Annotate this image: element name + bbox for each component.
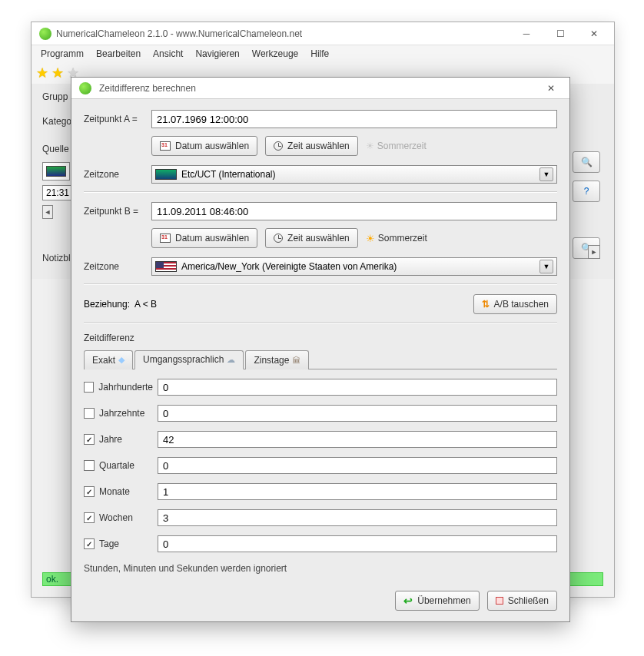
pick-date-b-button[interactable]: Datum auswählen bbox=[151, 228, 257, 248]
relation-value: A < B bbox=[134, 299, 157, 310]
menu-ansicht[interactable]: Ansicht bbox=[147, 46, 189, 61]
menu-hilfe[interactable]: Hilfe bbox=[304, 46, 335, 61]
unit-checkbox[interactable] bbox=[84, 460, 95, 471]
menu-navigieren[interactable]: Navigieren bbox=[189, 46, 245, 61]
pick-date-a-button[interactable]: Datum auswählen bbox=[151, 136, 257, 156]
tz-b-text: America/New_York (Vereinigte Staaten von… bbox=[181, 261, 397, 272]
menu-bearbeiten[interactable]: Bearbeiten bbox=[90, 46, 147, 61]
tabbar: Exakt◆ Umgangssprachlich☁ Zinstage🏛 bbox=[84, 350, 557, 369]
tz-b-label: Zeitzone bbox=[84, 261, 151, 272]
close-button[interactable]: Schließen bbox=[487, 591, 557, 611]
point-a-label: Zeitpunkt A = bbox=[84, 114, 151, 124]
main-title: NumericalChameleon 2.1.0 - www.Numerical… bbox=[56, 28, 510, 39]
unit-value-input[interactable] bbox=[158, 457, 557, 474]
chevron-down-icon: ▼ bbox=[539, 167, 553, 181]
right-button-column: 🔍 ? 🔍 bbox=[573, 151, 600, 259]
swap-icon: ⇅ bbox=[482, 299, 490, 310]
search-button[interactable]: 🔍 bbox=[573, 151, 600, 173]
menubar: Programm Bearbeiten Ansicht Navigieren W… bbox=[32, 45, 614, 62]
apply-button[interactable]: ↩Übernehmen bbox=[395, 591, 479, 611]
tz-b-combo[interactable]: America/New_York (Vereinigte Staaten von… bbox=[151, 257, 557, 276]
unit-value-input[interactable] bbox=[158, 509, 557, 526]
tab-exakt[interactable]: Exakt◆ bbox=[84, 350, 133, 369]
status-text: ok. bbox=[46, 574, 58, 585]
maximize-button[interactable]: ☐ bbox=[543, 22, 577, 45]
unit-label: Wochen bbox=[99, 512, 133, 523]
clock-icon bbox=[274, 141, 283, 151]
flag-icon bbox=[46, 166, 66, 177]
bank-icon: 🏛 bbox=[292, 356, 300, 365]
unit-row: Jahre bbox=[84, 431, 557, 448]
unit-label: Quartale bbox=[99, 460, 134, 471]
unit-value-input[interactable] bbox=[158, 431, 557, 448]
pick-time-b-button[interactable]: Zeit auswählen bbox=[265, 228, 358, 248]
minimize-button[interactable]: ─ bbox=[510, 22, 543, 45]
tab-zinstage[interactable]: Zinstage🏛 bbox=[245, 350, 309, 369]
unit-label: Monate bbox=[99, 486, 130, 497]
main-titlebar: NumericalChameleon 2.1.0 - www.Numerical… bbox=[32, 22, 614, 45]
pick-time-a-button[interactable]: Zeit auswählen bbox=[265, 136, 358, 156]
unit-row: Monate bbox=[84, 483, 557, 500]
sun-icon: ☀ bbox=[366, 233, 375, 244]
time-diff-dialog: Zeitdifferenz berechnen ✕ Zeitpunkt A = … bbox=[71, 77, 570, 622]
unit-label: Jahrhunderte bbox=[98, 382, 153, 393]
flag-intl-icon bbox=[155, 169, 177, 180]
ignore-note: Stunden, Minuten und Sekunden werden ign… bbox=[84, 563, 557, 574]
menu-werkzeuge[interactable]: Werkzeuge bbox=[246, 46, 304, 61]
relation-label: Beziehung: bbox=[84, 299, 130, 310]
app-icon bbox=[79, 82, 91, 94]
source-flag-box[interactable] bbox=[42, 162, 70, 181]
app-icon bbox=[39, 28, 51, 40]
chevron-down-icon: ▼ bbox=[539, 260, 553, 273]
star-icon[interactable]: ★ bbox=[51, 65, 64, 81]
tz-a-text: Etc/UCT (International) bbox=[181, 169, 276, 180]
unit-row: Wochen bbox=[84, 509, 557, 526]
menu-programm[interactable]: Programm bbox=[35, 46, 90, 61]
unit-checkbox[interactable] bbox=[84, 512, 95, 523]
dialog-close-button[interactable]: ✕ bbox=[536, 77, 566, 100]
clock-icon bbox=[274, 234, 283, 243]
diff-section-label: Zeitdifferenz bbox=[84, 333, 557, 343]
tab-umgang[interactable]: Umgangssprachlich☁ bbox=[134, 350, 244, 369]
tz-a-combo[interactable]: Etc/UCT (International) ▼ bbox=[151, 165, 557, 184]
gem-icon: ◆ bbox=[118, 355, 124, 365]
unit-row: Tage bbox=[84, 535, 557, 552]
calendar-icon bbox=[160, 141, 171, 151]
scroll-left-button[interactable]: ◄ bbox=[42, 205, 53, 219]
point-a-input[interactable] bbox=[151, 110, 557, 128]
unit-row: Quartale bbox=[84, 457, 557, 474]
unit-checkbox[interactable] bbox=[84, 382, 94, 393]
source-value[interactable]: 21:31 bbox=[42, 185, 73, 200]
scroll-right-button[interactable]: ► bbox=[588, 245, 600, 259]
dst-a-disabled: ☀Sommerzeit bbox=[366, 141, 427, 151]
unit-row: Jahrhunderte bbox=[84, 379, 557, 396]
unit-label: Jahrzehnte bbox=[99, 408, 144, 419]
flag-us-icon bbox=[155, 261, 177, 272]
unit-checkbox[interactable] bbox=[84, 408, 95, 419]
dialog-titlebar: Zeitdifferenz berechnen ✕ bbox=[71, 78, 569, 99]
calendar-icon bbox=[160, 234, 171, 243]
close-button[interactable]: ✕ bbox=[577, 22, 611, 45]
unit-value-input[interactable] bbox=[158, 483, 557, 500]
unit-checkbox[interactable] bbox=[84, 486, 95, 497]
unit-value-input[interactable] bbox=[158, 379, 557, 396]
swap-button[interactable]: ⇅A/B tauschen bbox=[473, 294, 557, 314]
unit-value-input[interactable] bbox=[158, 405, 557, 422]
unit-label: Tage bbox=[99, 538, 119, 549]
point-b-input[interactable] bbox=[151, 202, 557, 220]
star-icon[interactable]: ★ bbox=[36, 65, 48, 81]
close-icon bbox=[496, 597, 503, 605]
unit-value-input[interactable] bbox=[158, 535, 557, 552]
unit-checkbox[interactable] bbox=[84, 538, 95, 549]
unit-checkbox[interactable] bbox=[84, 434, 95, 445]
tz-a-label: Zeitzone bbox=[84, 169, 151, 180]
point-b-label: Zeitpunkt B = bbox=[84, 206, 151, 217]
cloud-icon: ☁ bbox=[227, 355, 235, 365]
unit-row: Jahrzehnte bbox=[84, 405, 557, 422]
dst-b-label: ☀Sommerzeit bbox=[366, 233, 427, 244]
help-button[interactable]: ? bbox=[573, 181, 600, 202]
unit-label: Jahre bbox=[99, 434, 122, 445]
apply-icon: ↩ bbox=[403, 595, 413, 607]
dialog-title: Zeitdifferenz berechnen bbox=[99, 83, 536, 94]
